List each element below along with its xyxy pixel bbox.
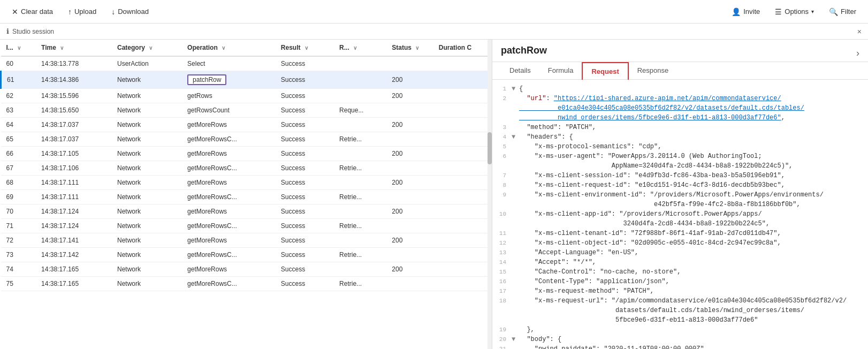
table-row[interactable]: 7314:38:17.142NetworkgetMoreRowsC...Succ… xyxy=(1,248,492,262)
download-button[interactable]: ↓ Download xyxy=(108,5,152,18)
line-toggle[interactable]: ▼ xyxy=(512,84,519,94)
sort-icon-status: ∨ xyxy=(415,45,419,51)
table-cell: 61 xyxy=(1,71,36,89)
line-content: "x-ms-client-object-id": "02d0905c-e055-… xyxy=(519,238,868,248)
code-area[interactable]: 1▼{2 "url": "https://tip1-shared.azure-a… xyxy=(492,80,868,349)
operation-highlight: patchRow xyxy=(187,74,226,85)
scrollbar[interactable] xyxy=(488,40,492,349)
scroll-thumb[interactable] xyxy=(488,132,492,164)
table-cell: Network xyxy=(112,233,182,248)
upload-icon: ↑ xyxy=(68,7,72,16)
col-r[interactable]: R... ∨ xyxy=(334,40,386,56)
table-cell: Success xyxy=(276,233,334,248)
table-cell xyxy=(433,89,492,103)
col-duration[interactable]: Duration C xyxy=(433,40,492,56)
table-cell: 72 xyxy=(1,233,36,248)
table-row[interactable]: 6014:38:13.778UserActionSelectSuccess xyxy=(1,56,492,71)
table-cell: 75 xyxy=(1,277,36,291)
col-result[interactable]: Result ∨ xyxy=(276,40,334,56)
line-content: "Accept-Language": "en-US", xyxy=(519,248,868,257)
table-cell: Network xyxy=(112,161,182,176)
line-number: 2 xyxy=(492,94,512,103)
line-toggle[interactable]: ▼ xyxy=(512,335,519,344)
upload-button[interactable]: ↑ Upload xyxy=(65,5,100,18)
table-row[interactable]: 7414:38:17.165NetworkgetMoreRowsSuccess2… xyxy=(1,262,492,277)
col-status[interactable]: Status ∨ xyxy=(386,40,433,56)
filter-label: Filter xyxy=(841,7,856,16)
table-row[interactable]: 6914:38:17.111NetworkgetMoreRowsC...Succ… xyxy=(1,190,492,204)
table-cell: 14:38:17.141 xyxy=(36,233,112,248)
table-row[interactable]: 6614:38:17.105NetworkgetMoreRowsSuccess2… xyxy=(1,147,492,161)
table-cell xyxy=(334,262,386,277)
chevron-down-icon: ▾ xyxy=(811,9,814,14)
line-number: 14 xyxy=(492,257,512,267)
line-content: "Accept": "*/*", xyxy=(519,257,868,267)
table-row[interactable]: 6314:38:15.650NetworkgetRowsCountSuccess… xyxy=(1,103,492,118)
table-cell: 14:38:17.111 xyxy=(36,190,112,204)
table-row[interactable]: 6514:38:17.037NetworkgetMoreRowsC...Succ… xyxy=(1,132,492,147)
table-cell xyxy=(334,147,386,161)
table-cell: 62 xyxy=(1,89,36,103)
line-number: 6 xyxy=(492,151,512,161)
table-cell: getRows xyxy=(182,89,276,103)
clear-icon: ✕ xyxy=(12,7,18,16)
line-number: 5 xyxy=(492,142,512,151)
table-cell xyxy=(433,161,492,176)
table-row[interactable]: 6714:38:17.106NetworkgetMoreRowsC...Succ… xyxy=(1,161,492,176)
table-cell: Success xyxy=(276,190,334,204)
table-row[interactable]: 6214:38:15.596NetworkgetRowsSuccess200 xyxy=(1,89,492,103)
session-close-button[interactable]: × xyxy=(857,27,862,36)
session-info: ℹ Studio session xyxy=(6,27,54,35)
col-time[interactable]: Time ∨ xyxy=(36,40,112,56)
table-cell: Network xyxy=(112,89,182,103)
table-cell: 14:38:17.165 xyxy=(36,277,112,291)
table-cell: 69 xyxy=(1,190,36,204)
table-row[interactable]: 7014:38:17.124NetworkgetMoreRowsSuccess2… xyxy=(1,204,492,219)
table-cell: Retrie... xyxy=(334,219,386,233)
line-number: 7 xyxy=(492,171,512,180)
invite-button[interactable]: 👤 Invite xyxy=(728,5,763,18)
table-row[interactable]: 6114:38:14.386NetworkpatchRowSuccess200 xyxy=(1,71,492,89)
options-button[interactable]: ☰ Options ▾ xyxy=(772,5,817,18)
code-line: 1▼{ xyxy=(492,84,868,94)
tab-formula[interactable]: Formula xyxy=(539,62,582,80)
filter-button[interactable]: 🔍 Filter xyxy=(826,5,859,18)
col-category[interactable]: Category ∨ xyxy=(112,40,182,56)
table-cell: getMoreRows xyxy=(182,262,276,277)
upload-label: Upload xyxy=(74,7,96,16)
tab-response[interactable]: Response xyxy=(629,62,677,80)
table-row[interactable]: 7114:38:17.124NetworkgetMoreRowsC...Succ… xyxy=(1,219,492,233)
table-cell: getMoreRows xyxy=(182,233,276,248)
table-cell: Reque... xyxy=(334,103,386,118)
table-cell xyxy=(334,89,386,103)
expand-icon[interactable]: › xyxy=(856,48,859,59)
table-cell: Network xyxy=(112,262,182,277)
tab-request[interactable]: Request xyxy=(582,62,628,80)
table-cell: Network xyxy=(112,277,182,291)
clear-data-button[interactable]: ✕ Clear data xyxy=(9,5,56,18)
code-line: 16 "Content-Type": "application/json", xyxy=(492,277,868,286)
table-cell: Network xyxy=(112,204,182,219)
tab-details[interactable]: Details xyxy=(501,62,539,80)
table-cell: Network xyxy=(112,132,182,147)
table-cell: getMoreRowsC... xyxy=(182,277,276,291)
table-cell: Success xyxy=(276,56,334,71)
table-cell: 14:38:15.650 xyxy=(36,103,112,118)
table-cell: getMoreRowsC... xyxy=(182,132,276,147)
table-cell: Success xyxy=(276,161,334,176)
table-row[interactable]: 6414:38:17.037NetworkgetMoreRowsSuccess2… xyxy=(1,118,492,132)
col-id[interactable]: I... ∨ xyxy=(1,40,36,56)
line-content: "x-ms-client-tenant-id": "72f988bf-86f1-… xyxy=(519,229,868,238)
clear-data-label: Clear data xyxy=(21,7,53,16)
table-row[interactable]: 7514:38:17.165NetworkgetMoreRowsC...Succ… xyxy=(1,277,492,291)
col-operation[interactable]: Operation ∨ xyxy=(182,40,276,56)
table-container[interactable]: I... ∨ Time ∨ Category ∨ Operation ∨ Res… xyxy=(0,40,492,349)
table-cell xyxy=(433,277,492,291)
table-row[interactable]: 7214:38:17.141NetworkgetMoreRowsSuccess2… xyxy=(1,233,492,248)
code-line: 4▼ "headers": { xyxy=(492,132,868,142)
table-row[interactable]: 6814:38:17.111NetworkgetMoreRowsSuccess2… xyxy=(1,176,492,190)
line-toggle[interactable]: ▼ xyxy=(512,132,519,142)
sort-icon-id: ∨ xyxy=(17,45,21,51)
table-cell: 67 xyxy=(1,161,36,176)
table-cell xyxy=(433,190,492,204)
